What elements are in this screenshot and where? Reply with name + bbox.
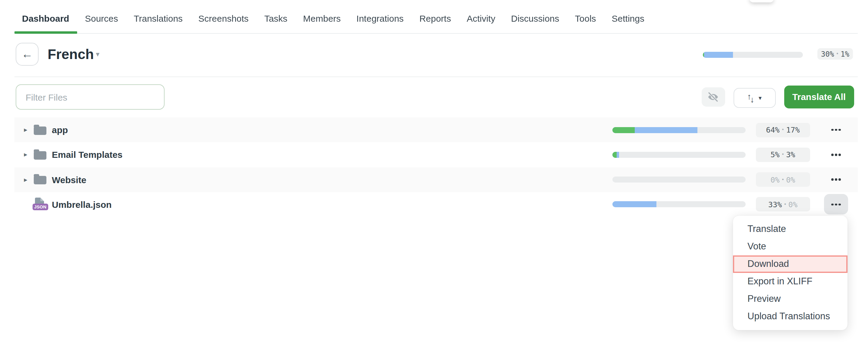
approved-pct: 0% [786, 175, 795, 184]
json-file-type-badge: JSON [32, 204, 48, 210]
back-button[interactable]: ← [16, 43, 38, 66]
approved-pct: 0% [788, 200, 798, 209]
file-progress-bar [613, 201, 745, 208]
tab-dashboard[interactable]: Dashboard [14, 4, 77, 33]
back-arrow-icon: ← [22, 47, 33, 61]
header-divider [14, 76, 858, 77]
row-menu-button[interactable] [824, 169, 848, 190]
folder-icon [33, 176, 46, 184]
approved-pct: 1% [841, 50, 849, 58]
translated-pct: 30% [821, 50, 834, 58]
menu-item-download[interactable]: Download [733, 255, 847, 273]
language-dropdown-caret-icon[interactable]: ▾ [96, 50, 99, 58]
eye-off-icon [707, 90, 720, 104]
ellipsis-icon [831, 129, 834, 131]
file-row-app[interactable]: ▸ app 64% • 17% [14, 118, 858, 142]
file-name[interactable]: Umbrella.json [52, 199, 112, 210]
separator-dot: • [781, 127, 784, 132]
tab-activity[interactable]: Activity [459, 4, 503, 33]
expand-caret-icon[interactable]: ▸ [22, 176, 30, 184]
file-row-umbrella-json[interactable]: JSON Umbrella.json 33% • 0% [14, 192, 858, 217]
sort-arrows-icon: ↑↓ [747, 93, 753, 103]
translated-pct: 64% [766, 125, 780, 134]
file-progress-bar [613, 127, 745, 133]
tab-translations[interactable]: Translations [126, 4, 190, 33]
ellipsis-icon [831, 179, 834, 181]
progress-approved [613, 127, 635, 133]
menu-item-translate[interactable]: Translate [733, 220, 847, 237]
file-name[interactable]: Website [52, 174, 87, 185]
separator-dot: • [781, 177, 784, 182]
progress-approved [703, 52, 704, 58]
expand-caret-icon[interactable]: ▸ [22, 151, 30, 159]
file-progress-badge: 64% • 17% [756, 123, 810, 137]
project-dashboard-page: Dashboard Sources Translations Screensho… [0, 0, 868, 350]
translated-pct: 5% [771, 150, 780, 159]
file-context-menu: Translate Vote Download Export in XLIFF … [733, 215, 847, 330]
row-menu-button[interactable] [824, 120, 848, 140]
tab-settings[interactable]: Settings [604, 4, 652, 33]
ellipsis-icon [831, 203, 834, 206]
translate-all-button[interactable]: Translate All [784, 85, 854, 108]
folder-icon [33, 126, 46, 135]
tab-members[interactable]: Members [296, 4, 349, 33]
separator-dot: • [781, 152, 784, 158]
file-name[interactable]: Email Templates [52, 150, 123, 160]
tab-tasks[interactable]: Tasks [256, 4, 296, 33]
file-row-website[interactable]: ▸ Website 0% • 0% [14, 167, 858, 192]
progress-translated [613, 201, 656, 208]
sort-caret-icon: ▾ [758, 95, 762, 101]
tab-sources[interactable]: Sources [77, 4, 126, 33]
file-progress-badge: 33% • 0% [756, 197, 810, 212]
file-row-email-templates[interactable]: ▸ Email Templates 5% • 3% [14, 142, 858, 167]
tab-screenshots[interactable]: Screenshots [190, 4, 256, 33]
translated-pct: 33% [768, 200, 782, 209]
file-progress-bar [613, 177, 745, 183]
file-list: ▸ app 64% • 17% ▸ Email Templates [14, 118, 858, 217]
separator-dot: • [784, 202, 786, 207]
menu-item-vote[interactable]: Vote [733, 237, 847, 255]
file-name[interactable]: app [52, 125, 68, 135]
approved-pct: 17% [786, 125, 800, 134]
ellipsis-icon [831, 154, 834, 156]
approved-pct: 3% [786, 150, 795, 159]
tab-reports[interactable]: Reports [411, 4, 459, 33]
separator-dot: • [836, 51, 839, 57]
file-progress-badge: 5% • 3% [756, 148, 810, 162]
progress-approved [613, 152, 616, 158]
row-menu-button-active[interactable] [824, 194, 848, 215]
language-progress-badge: 30% • 1% [817, 48, 853, 60]
tab-integrations[interactable]: Integrations [349, 4, 412, 33]
file-progress-bar [613, 152, 745, 158]
menu-item-upload-translations[interactable]: Upload Translations [733, 308, 847, 325]
progress-translated [703, 52, 733, 58]
page-title: French [48, 46, 94, 63]
json-file-icon: JSON [35, 198, 44, 209]
file-progress-badge: 0% • 0% [756, 172, 810, 187]
tab-discussions[interactable]: Discussions [503, 4, 567, 33]
translated-pct: 0% [771, 175, 780, 184]
filter-files-input[interactable] [16, 84, 164, 109]
tab-tools[interactable]: Tools [567, 4, 604, 33]
top-nav: Dashboard Sources Translations Screensho… [14, 0, 858, 33]
menu-item-export-xliff[interactable]: Export in XLIFF [733, 273, 847, 290]
toggle-hidden-files-button[interactable] [701, 87, 725, 107]
row-menu-button[interactable] [824, 145, 848, 165]
sort-button[interactable]: ↑↓ ▾ [733, 88, 775, 108]
language-progress-bar [703, 52, 803, 58]
folder-icon [33, 151, 46, 160]
menu-item-preview[interactable]: Preview [733, 290, 847, 308]
expand-caret-icon[interactable]: ▸ [22, 126, 30, 134]
